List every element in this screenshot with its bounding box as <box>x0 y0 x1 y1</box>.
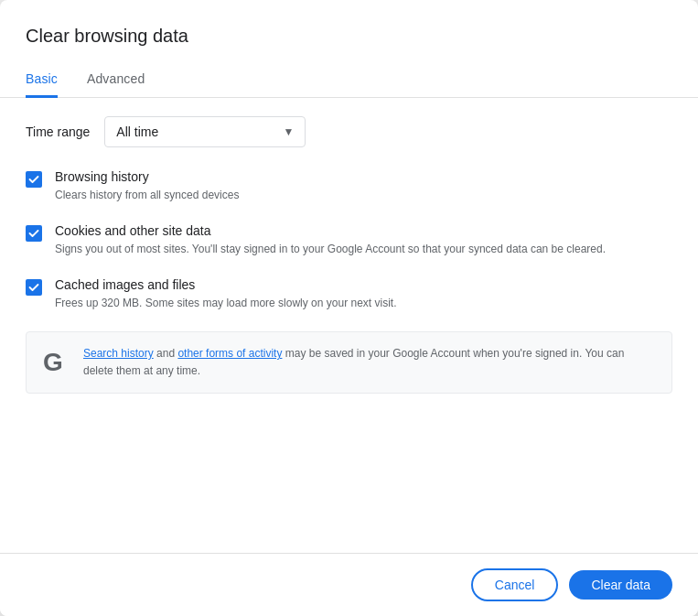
cookies-text: Cookies and other site data Signs you ou… <box>55 223 606 257</box>
time-range-row: Time range All time ▼ <box>26 116 672 147</box>
google-logo-icon: G <box>41 347 70 376</box>
clear-browsing-data-dialog: Clear browsing data Basic Advanced Time … <box>0 0 698 616</box>
cached-images-desc: Frees up 320 MB. Some sites may load mor… <box>55 295 396 311</box>
dialog-header: Clear browsing data Basic Advanced <box>0 0 698 98</box>
cached-images-item: Cached images and files Frees up 320 MB.… <box>26 277 672 311</box>
dropdown-arrow-icon: ▼ <box>283 125 294 138</box>
browsing-history-text: Browsing history Clears history from all… <box>55 169 239 203</box>
browsing-history-desc: Clears history from all synced devices <box>55 187 239 203</box>
google-info-text: Search history and other forms of activi… <box>83 345 657 380</box>
cached-images-text: Cached images and files Frees up 320 MB.… <box>55 277 396 311</box>
tabs-container: Basic Advanced <box>0 61 698 98</box>
time-range-label: Time range <box>26 124 90 139</box>
browsing-history-title: Browsing history <box>55 169 239 184</box>
browsing-history-checkbox[interactable] <box>26 171 42 188</box>
cached-images-title: Cached images and files <box>55 277 396 292</box>
browsing-history-checkbox-wrapper[interactable] <box>26 171 42 188</box>
cancel-button[interactable]: Cancel <box>471 568 559 601</box>
cookies-checkbox[interactable] <box>26 225 42 242</box>
svg-text:G: G <box>43 348 63 376</box>
tab-basic[interactable]: Basic <box>26 62 58 98</box>
other-activity-link[interactable]: other forms of activity <box>177 347 282 360</box>
cached-images-checkbox-wrapper[interactable] <box>26 279 42 296</box>
tab-advanced[interactable]: Advanced <box>87 62 145 98</box>
time-range-select[interactable]: All time ▼ <box>104 116 306 147</box>
cached-images-checkbox[interactable] <box>26 279 42 296</box>
scrollable-content: Time range All time ▼ Browsing history C… <box>0 98 698 553</box>
time-range-value: All time <box>116 124 158 139</box>
cookies-item: Cookies and other site data Signs you ou… <box>26 223 672 257</box>
search-history-link[interactable]: Search history <box>83 347 154 360</box>
google-info-and: and <box>154 347 178 360</box>
cookies-desc: Signs you out of most sites. You'll stay… <box>55 241 606 257</box>
google-info-box: G Search history and other forms of acti… <box>26 331 672 394</box>
cookies-checkbox-wrapper[interactable] <box>26 225 42 242</box>
browsing-history-item: Browsing history Clears history from all… <box>26 169 672 203</box>
dialog-footer: Cancel Clear data <box>0 553 698 616</box>
clear-data-button[interactable]: Clear data <box>569 570 672 600</box>
cookies-title: Cookies and other site data <box>55 223 606 238</box>
dialog-title: Clear browsing data <box>26 26 672 47</box>
